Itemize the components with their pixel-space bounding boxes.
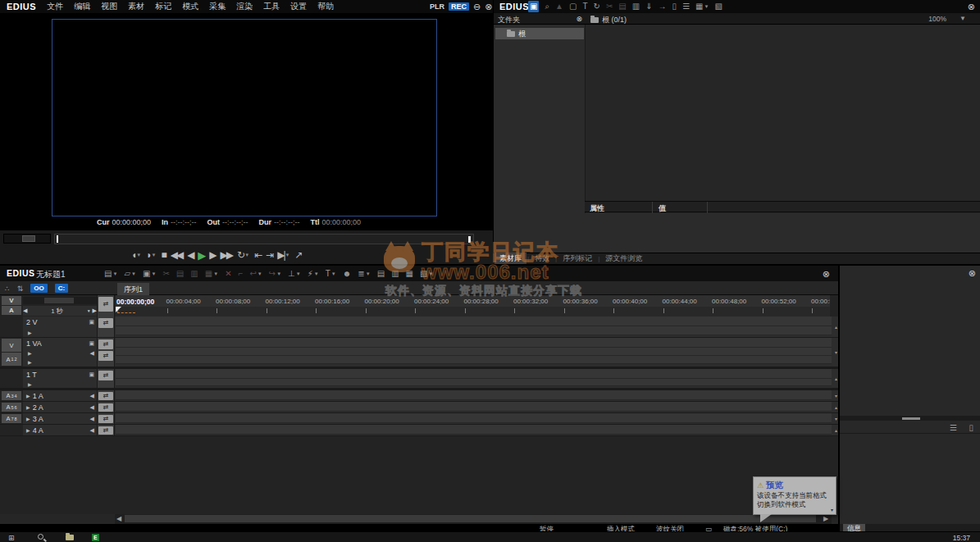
panel-effect-icon[interactable]: ▥ — [391, 268, 399, 280]
go-to-in-button[interactable]: ⇤ — [254, 249, 261, 261]
column-divider[interactable] — [707, 202, 708, 213]
copy-icon[interactable]: ▤ — [176, 268, 184, 280]
track-lane[interactable] — [116, 425, 832, 435]
palette-divider-handle[interactable] — [902, 417, 920, 420]
fast-forward-button[interactable]: ▶▶ — [221, 249, 232, 261]
sync-mode-icon[interactable]: ⇅ — [17, 285, 24, 293]
track-lane[interactable] — [116, 379, 832, 386]
up-folder-icon[interactable]: ▲ — [555, 1, 563, 12]
track-lane[interactable] — [116, 317, 832, 326]
menu-item-2[interactable]: 视图 — [101, 1, 117, 12]
track-3a[interactable]: A78▶3 A◀⇄▾ — [0, 413, 838, 425]
track-name-label[interactable]: 1 T — [26, 371, 37, 379]
track-content[interactable] — [116, 317, 832, 337]
menu-item-4[interactable]: 标记 — [155, 1, 171, 12]
track-content[interactable] — [116, 402, 832, 412]
track-name-label[interactable]: 2 V — [26, 318, 38, 326]
source-v-button[interactable]: V — [2, 296, 21, 305]
track-edge-arrow-icon[interactable]: ▴ — [835, 376, 837, 381]
track-panel-icon[interactable]: ▣ — [89, 371, 94, 378]
track-name-label[interactable]: 1 VA — [26, 339, 42, 348]
track-lane[interactable] — [116, 369, 832, 379]
play-button[interactable]: ▶ — [198, 249, 204, 262]
search-icon[interactable]: ⌕ — [545, 1, 549, 12]
tab-3[interactable]: 源文件浏览 — [600, 253, 647, 265]
track-panel-icon[interactable]: ▣ — [89, 319, 94, 326]
add-cut-point-icon[interactable]: ⊥▼ — [288, 268, 301, 280]
save-project-icon[interactable]: ▣▼ — [143, 268, 156, 280]
track-content[interactable] — [116, 338, 832, 367]
export-button[interactable]: ↗ — [295, 249, 302, 261]
track-panel-icon[interactable]: ▣ — [89, 340, 94, 347]
menu-item-10[interactable]: 帮助 — [317, 1, 334, 12]
channel-patch-a7[interactable]: A78 — [2, 414, 21, 423]
track-edge-arrow-icon[interactable]: ▴ — [835, 427, 837, 433]
taskbar-search-icon[interactable] — [38, 534, 43, 540]
timecode-display-button[interactable]: OO — [30, 284, 47, 293]
track-name-label[interactable]: 1 A — [33, 392, 43, 400]
hscroll-thumb[interactable] — [125, 515, 816, 522]
step-forward-button[interactable]: ▶ — [209, 249, 215, 261]
move-icon[interactable]: → — [659, 1, 667, 12]
track-edge-arrow-icon[interactable]: ▾ — [835, 416, 837, 421]
track-edge-arrow-icon[interactable]: ▴ — [835, 324, 837, 330]
palette-close-icon[interactable]: ⊗ — [969, 268, 976, 279]
track-speaker-icon[interactable]: ◀ — [90, 416, 94, 422]
expand-icon[interactable]: ▶ — [28, 330, 32, 335]
track-header-minibar[interactable] — [23, 297, 97, 304]
timescale-control[interactable]: ◀ 1 秒 ▼ ▶ — [23, 306, 97, 316]
track-content[interactable] — [116, 413, 832, 424]
add-transition-icon[interactable]: ⚡▼ — [308, 268, 319, 280]
track-content[interactable] — [116, 425, 832, 435]
menu-item-3[interactable]: 素材 — [128, 1, 144, 12]
menu-item-9[interactable]: 设置 — [290, 1, 307, 12]
expand-icon[interactable]: ▶ — [28, 381, 32, 387]
track-edge-arrow-icon[interactable]: ▾ — [835, 393, 837, 399]
clip-display-button[interactable]: C: — [55, 284, 68, 293]
track-2v[interactable]: 2 V▣▶⇄▴ — [0, 317, 838, 338]
expand-icon[interactable]: ▶ — [28, 359, 32, 365]
palette-list-icon[interactable]: ☰ — [950, 422, 957, 434]
column-divider[interactable] — [652, 202, 653, 213]
track-content[interactable] — [116, 369, 832, 388]
tab-0[interactable]: 素材库 — [495, 253, 526, 265]
menu-item-6[interactable]: 采集 — [209, 1, 226, 12]
track-patch-button[interactable]: ⇄ — [98, 339, 113, 349]
track-edge-arrow-icon[interactable]: ▴ — [835, 404, 837, 410]
palette-delete-icon[interactable]: ▯ — [969, 422, 973, 434]
timeline-ruler-ticks[interactable] — [116, 307, 830, 317]
next-edit-button[interactable]: ▶|▼ — [277, 249, 289, 261]
expand-icon[interactable]: ▶ — [26, 404, 30, 410]
track-patch-button[interactable]: ⇄ — [98, 371, 113, 380]
track-lane[interactable] — [116, 326, 832, 335]
close-icon[interactable]: ⊗ — [485, 2, 492, 11]
popup-dropdown-icon[interactable]: ▾ — [831, 507, 833, 512]
new-folder-icon[interactable]: ▢ — [569, 1, 577, 12]
stop-button[interactable]: ■ — [161, 249, 165, 261]
redo-icon[interactable]: ↪▼ — [269, 268, 281, 280]
import-icon[interactable]: ⇓ — [645, 1, 652, 12]
panel-marker-icon[interactable]: ▦ — [406, 268, 413, 280]
create-title-icon[interactable]: T▼ — [326, 268, 336, 280]
mark-out-flag-button[interactable]: ◗▼ — [146, 249, 156, 261]
position-playhead[interactable] — [57, 235, 58, 243]
channel-patch-a1[interactable]: A12 — [2, 353, 21, 366]
channel-patch-a3[interactable]: A34 — [2, 391, 21, 400]
voice-over-icon[interactable]: ☻ — [343, 268, 352, 280]
channel-patch-a5[interactable]: A56 — [2, 403, 21, 412]
track-lane[interactable] — [116, 338, 832, 348]
delete-icon[interactable]: ✕ — [225, 268, 231, 280]
bin-zoom-slider-icon[interactable]: ▼ — [959, 15, 966, 22]
add-title-icon[interactable]: T — [582, 1, 587, 12]
folder-view-icon[interactable]: ▣ — [528, 1, 539, 12]
menu-item-5[interactable]: 模式 — [182, 1, 198, 12]
expand-icon[interactable]: ▶ — [26, 393, 30, 399]
track-lane[interactable] — [116, 356, 832, 364]
sequence-tab[interactable]: 序列1 — [117, 283, 149, 295]
expand-icon[interactable]: ▶ — [26, 416, 30, 421]
start-button-icon[interactable]: ⊞ — [8, 534, 15, 542]
track-2a[interactable]: A56▶2 A◀⇄▴ — [0, 402, 838, 413]
shuttle-handle[interactable] — [22, 235, 35, 242]
loop-button[interactable]: ↻▼ — [237, 249, 249, 261]
timeline-hscrollbar[interactable]: ◀ ▶ — [0, 514, 838, 524]
